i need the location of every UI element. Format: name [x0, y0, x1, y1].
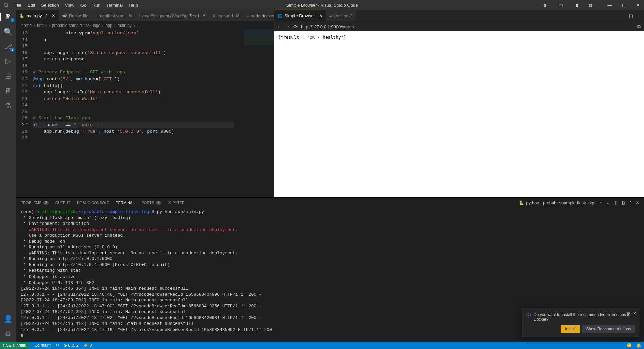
menu-selection[interactable]: Selection [38, 1, 61, 9]
activity-bar: 🗎2 🔍 ⎇2 ▷ ⊞ 🖥 ⚗ 👤 ⚙ [0, 10, 16, 342]
file-icon: 🐍 [19, 13, 24, 18]
activity-accounts[interactable]: 👤 [0, 315, 16, 323]
panel-tab-output[interactable]: Output [55, 201, 70, 205]
notification-close-icon[interactable]: ✕ [633, 311, 636, 316]
panel-tab-debug-console[interactable]: Debug Console [77, 201, 109, 205]
layout-toggle-bottom-icon[interactable]: ▭ [555, 2, 567, 8]
split-terminal-icon[interactable]: ◫ [613, 200, 618, 205]
menu-go[interactable]: Go [78, 1, 89, 9]
panel-tab-problems[interactable]: Problems2 [21, 201, 49, 205]
info-icon: ⓘ [526, 312, 531, 318]
layout-toggle-left-icon[interactable]: ◧ [540, 2, 552, 8]
panel-tabs: Problems2OutputDebug ConsoleTerminalPort… [16, 198, 644, 208]
tab-untitled-3[interactable]: ≡Untitled-3 [326, 10, 356, 21]
install-button[interactable]: Install [561, 325, 579, 333]
file-icon: ≡ [247, 13, 249, 18]
minimap[interactable] [244, 29, 274, 56]
file-icon: 🌐 [277, 14, 282, 18]
tab-manifest-yaml-working-tree-[interactable]: !manifest.yaml (Working Tree)M [136, 10, 209, 21]
window-maximize-icon[interactable]: ▢ [618, 2, 630, 8]
simple-browser-pane: 🌐Simple Browser✕≡Untitled-3 ◫ ⋯ ← → ⟳ ht… [274, 10, 644, 197]
notification-toast: ⚙ ✕ ⓘ Do you want to install the recomme… [522, 308, 639, 337]
maximize-panel-icon[interactable]: ⌃ [629, 200, 632, 205]
layout-customize-icon[interactable]: ▦ [584, 2, 596, 8]
window-close-icon[interactable]: ✕ [632, 2, 644, 8]
branch-indicator[interactable]: ⎇ main* [35, 343, 51, 348]
activity-explorer[interactable]: 🗎2 [0, 13, 16, 21]
window-minimize-icon[interactable]: — [604, 2, 616, 8]
notification-gear-icon[interactable]: ⚙ [627, 311, 630, 316]
close-tab-icon[interactable]: ✕ [319, 14, 322, 18]
panel-tab-jupyter[interactable]: Jupyter [168, 201, 185, 205]
browser-back-icon[interactable]: ← [277, 24, 282, 29]
menu-edit[interactable]: Edit [25, 1, 38, 9]
kill-terminal-icon[interactable]: 🗑 [621, 200, 625, 205]
file-icon: ≡ [329, 13, 332, 18]
python-icon: 🐍 [519, 200, 524, 205]
terminal-picker[interactable]: 🐍 python - probable-sample-flask-logs [519, 200, 595, 205]
notifications-icon[interactable]: 🔔 [636, 343, 641, 348]
activity-extensions[interactable]: ⊞ [0, 72, 16, 81]
tab-manifest-yaml[interactable]: !manifest.yamlM [92, 10, 136, 21]
file-icon: ! [139, 13, 140, 18]
activity-remote-explorer[interactable]: 🖥 [0, 87, 16, 95]
menu-bar: FileEditSelectionViewGoRunTerminalHelp [12, 1, 141, 9]
file-icon: ! [96, 13, 97, 18]
window-controls: ◧ ▭ ◨ ▦ — ▢ ✕ [540, 2, 644, 8]
tab-logs-md[interactable]: ⬇logs.mdM [209, 10, 243, 21]
file-icon: ⬇ [212, 13, 216, 18]
code-content[interactable]: mimetype='application/json' ) app.logger… [33, 29, 234, 197]
menu-file[interactable]: File [12, 1, 24, 9]
menu-terminal[interactable]: Terminal [104, 1, 125, 9]
problems-indicator[interactable]: ⊗ 0 ⚠ 2 [64, 343, 78, 348]
browser-forward-icon[interactable]: → [285, 24, 290, 29]
open-external-icon[interactable]: ⧉ [637, 24, 641, 30]
tab-dockerfile[interactable]: 🐳Dockerfile [59, 10, 92, 21]
menu-run[interactable]: Run [90, 1, 103, 9]
sync-indicator[interactable]: ↻ [56, 343, 59, 348]
split-editor-icon[interactable]: ◫ [629, 13, 633, 18]
panel-tab-ports[interactable]: Ports3 [142, 201, 161, 205]
show-recommendations-button[interactable]: Show Recommendations [582, 325, 635, 333]
breadcrumb-segment[interactable]: ... [137, 23, 141, 28]
browser-url[interactable]: http://127.0.0.1:9000/status [301, 24, 354, 29]
breadcrumb-segment[interactable]: probable-sample-flask-logs [52, 23, 100, 28]
activity-search[interactable]: 🔍 [0, 28, 16, 36]
notification-text: Do you want to install the recommended e… [534, 312, 635, 322]
browser-content: {"result": "OK - healthy"} [274, 31, 644, 197]
breadcrumb-segment[interactable]: home [21, 23, 32, 28]
activity-source-control[interactable]: ⎇2 [0, 42, 16, 51]
breadcrumb-segment[interactable]: app [106, 23, 112, 28]
remote-indicator[interactable]: ⟩⟨ SSH: hrittik [0, 342, 29, 349]
activity-run-debug[interactable]: ▷ [0, 57, 16, 66]
terminal-dropdown-icon[interactable]: ⌄ [606, 200, 610, 205]
terminal-name: python - probable-sample-flask-logs [526, 200, 595, 205]
activity-settings[interactable]: ⚙ [0, 330, 16, 338]
line-gutter: 1314151617181920212223242526272829 [16, 29, 33, 197]
browser-toolbar: ← → ⟳ http://127.0.0.1:9000/status ⧉ [274, 22, 644, 31]
editor-tabs: 🐍main.py2✕🐳Dockerfile!manifest.yamlM!man… [16, 10, 274, 22]
new-terminal-icon[interactable]: ＋ [599, 200, 603, 206]
more-actions-icon[interactable]: ⋯ [636, 13, 641, 18]
browser-tabs: 🌐Simple Browser✕≡Untitled-3 ◫ ⋯ [274, 10, 644, 22]
menu-view[interactable]: View [62, 1, 77, 9]
layout-toggle-right-icon[interactable]: ◨ [570, 2, 582, 8]
menu-help[interactable]: Help [126, 1, 141, 9]
panel-tab-terminal[interactable]: Terminal [116, 201, 135, 207]
feedback-icon[interactable]: 🙂 [627, 343, 632, 348]
breadcrumb-segment[interactable]: hrittik [37, 23, 47, 28]
close-tab-icon[interactable]: ✕ [52, 13, 55, 18]
code-editor[interactable]: 1314151617181920212223242526272829 mimet… [16, 29, 274, 197]
vscode-icon: ⧉ [0, 2, 12, 8]
file-icon: 🐳 [62, 13, 67, 18]
breadcrumb-segment[interactable]: main.py [118, 23, 132, 28]
activity-testing[interactable]: ⚗ [0, 101, 16, 110]
tab-simple-browser[interactable]: 🌐Simple Browser✕ [274, 10, 326, 21]
tab-main-py[interactable]: 🐍main.py2✕ [16, 10, 59, 21]
close-panel-icon[interactable]: ✕ [636, 200, 639, 205]
breadcrumbs[interactable]: home›hrittik›probable-sample-flask-logs›… [16, 22, 274, 29]
ports-indicator[interactable]: ⚡ 3 [83, 343, 92, 348]
browser-reload-icon[interactable]: ⟳ [293, 24, 298, 29]
status-bar: ⟩⟨ SSH: hrittik ⎇ main* ↻ ⊗ 0 ⚠ 2 ⚡ 3 🙂 … [0, 342, 644, 349]
window-title: Simple Browser - Visual Studio Code [286, 3, 358, 8]
